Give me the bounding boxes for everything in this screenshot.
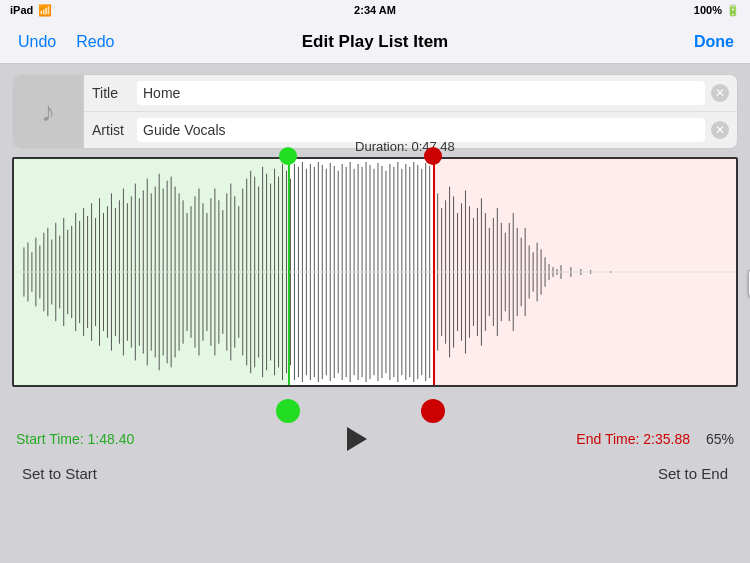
- waveform-display[interactable]: [12, 157, 738, 387]
- status-bar: iPad 📶 2:34 AM 100% 🔋: [0, 0, 750, 20]
- done-button[interactable]: Done: [694, 33, 734, 51]
- status-right: 100% 🔋: [694, 4, 740, 17]
- volume-percent-label: 65%: [706, 431, 734, 447]
- end-time-group: End Time: 2:35.88 65%: [576, 431, 734, 447]
- start-marker-line: [288, 159, 290, 385]
- start-time-label: Start Time: 1:48.40: [16, 431, 134, 447]
- title-input[interactable]: [137, 81, 705, 105]
- artist-clear-button[interactable]: ✕: [711, 121, 729, 139]
- play-icon: [347, 427, 367, 451]
- nav-right-buttons: Done: [694, 33, 734, 51]
- end-marker-handle-top[interactable]: [424, 147, 442, 165]
- waveform-svg: [14, 159, 736, 385]
- battery-icon: 🔋: [726, 4, 740, 17]
- waveform-container: Duration: 0:47.48: [12, 157, 738, 387]
- device-label: iPad: [10, 4, 33, 16]
- title-clear-button[interactable]: ✕: [711, 84, 729, 102]
- album-art: ♪: [13, 75, 83, 148]
- redo-button[interactable]: Redo: [74, 29, 116, 55]
- metadata-panel: ♪ Title ✕ Artist ✕: [12, 74, 738, 149]
- metadata-fields: Title ✕ Artist ✕: [83, 75, 737, 148]
- status-time: 2:34 AM: [354, 4, 396, 16]
- controls-row: Start Time: 1:48.40 End Time: 2:35.88 65…: [12, 423, 738, 455]
- set-to-end-button[interactable]: Set to End: [656, 461, 730, 486]
- title-label: Title: [92, 85, 137, 101]
- music-note-icon: ♪: [41, 96, 55, 128]
- artist-label: Artist: [92, 122, 137, 138]
- wifi-icon: 📶: [38, 4, 52, 17]
- nav-bar: Undo Redo Edit Play List Item Done: [0, 20, 750, 64]
- end-marker-handle-bottom[interactable]: [421, 399, 445, 423]
- page-title: Edit Play List Item: [302, 32, 448, 52]
- title-field-row: Title ✕: [84, 75, 737, 112]
- undo-button[interactable]: Undo: [16, 29, 58, 55]
- status-left: iPad 📶: [10, 4, 52, 17]
- volume-slider-container[interactable]: [744, 157, 750, 387]
- set-to-start-button[interactable]: Set to Start: [20, 461, 99, 486]
- battery-percent: 100%: [694, 4, 722, 16]
- start-marker-handle-top[interactable]: [279, 147, 297, 165]
- action-row: Set to Start Set to End: [12, 461, 738, 486]
- end-time-label: End Time: 2:35.88: [576, 431, 690, 447]
- play-button[interactable]: [339, 423, 371, 455]
- nav-left-buttons: Undo Redo: [16, 29, 117, 55]
- end-marker-line: [433, 159, 435, 385]
- start-marker-handle-bottom[interactable]: [276, 399, 300, 423]
